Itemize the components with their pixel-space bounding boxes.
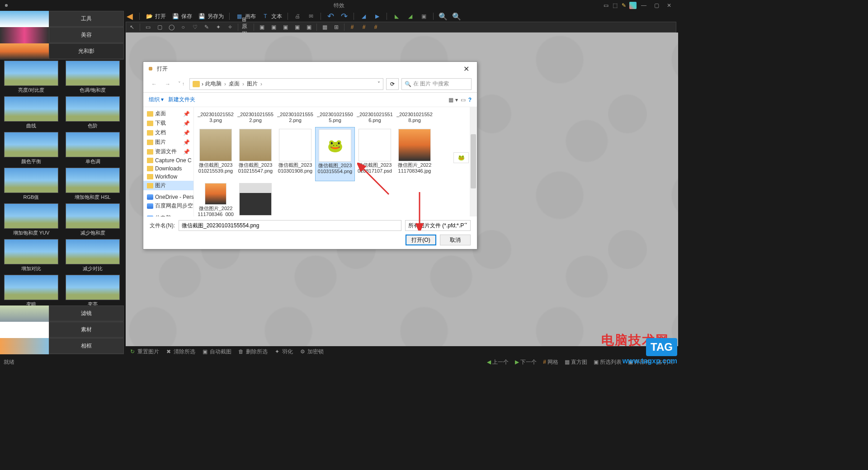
file-item-selected[interactable]: 🐸微信截图_2023010315554.png (315, 127, 355, 181)
crop-icon[interactable]: ▣ (420, 12, 428, 20)
effect-lighten[interactable]: 变亮 (62, 275, 123, 306)
circle-select-icon[interactable]: ○ (179, 23, 187, 31)
effect-darken[interactable]: 变暗 (1, 275, 61, 306)
effect-sat-yuv[interactable]: 增加饱和度 YUV (1, 203, 61, 238)
heart-select-icon[interactable]: ♡ (191, 23, 199, 31)
status-grid[interactable]: #网格 (543, 358, 558, 366)
wand2-icon[interactable]: ✧ (226, 23, 234, 31)
undo-button[interactable]: ↶ (326, 12, 335, 20)
file-item[interactable]: _2023010215552.png (275, 109, 315, 127)
effect-levels[interactable]: 色阶 (62, 96, 123, 131)
print-button[interactable]: 🖨 (293, 12, 302, 20)
category-filter[interactable]: 滤镜 (0, 306, 124, 322)
file-item[interactable]: _2023010215505.png (315, 109, 355, 127)
new-folder-button[interactable]: 新建文件夹 (168, 96, 195, 103)
lasso-icon[interactable]: ✎ (203, 23, 211, 31)
tree-resources[interactable]: 资源文件📌 (143, 147, 193, 156)
file-item[interactable]: _2023010215516.png (355, 109, 395, 127)
redo-button[interactable]: ↷ (340, 12, 348, 20)
tree-pictures[interactable]: 图片📌 (143, 137, 193, 147)
filetype-select[interactable]: 所有图片文件 (*.pfd;*.PTimag˅ (405, 220, 471, 231)
open-confirm-button[interactable]: 打开(O) (406, 235, 436, 245)
checker-icon[interactable]: ▦ (321, 23, 329, 31)
help-icon[interactable]: ? (468, 97, 472, 103)
titlebar-util-2-icon[interactable]: ⬚ (611, 2, 618, 9)
tree-captureone[interactable]: Capture One C (143, 156, 193, 164)
category-material[interactable]: 素材 (0, 322, 124, 338)
status-prev[interactable]: ◀上一个 (487, 358, 509, 366)
titlebar-palette-icon[interactable] (629, 2, 637, 9)
effect-hue-saturation[interactable]: 色调/饱和度 (62, 61, 123, 95)
file-item[interactable]: 微信图片_2022111708346_00001.ico (196, 181, 236, 216)
text-button[interactable]: T文本 (261, 12, 282, 20)
layer4-icon[interactable]: ▣ (293, 23, 301, 31)
nav-fwd-button[interactable]: → (162, 79, 173, 89)
ellipse-select-icon[interactable]: ◯ (167, 23, 175, 31)
breadcrumb[interactable]: › 此电脑› 桌面› 图片› ˅ (189, 78, 383, 90)
saveas-button[interactable]: 💾另存为 (198, 12, 224, 20)
titlebar-util-3-icon[interactable]: ✎ (620, 2, 627, 9)
status-selection-list[interactable]: ▣所选列表 (594, 358, 622, 366)
file-item[interactable]: 微信截图_2023010301908.png (275, 127, 315, 181)
autocrop-button[interactable]: ▣自动截图 (202, 348, 231, 356)
tree-thispc[interactable]: 此电脑 (143, 213, 193, 216)
mail-button[interactable]: ✉ (307, 12, 315, 20)
nav-back-button[interactable]: ← (149, 79, 160, 89)
original-icon[interactable]: ⊞原图 (242, 23, 250, 31)
clear-selection-button[interactable]: ✖清除所选 (165, 348, 195, 356)
zoom-out-button[interactable]: 🔍 (453, 12, 461, 20)
titlebar-util-1-icon[interactable]: ▭ (602, 2, 609, 9)
rect-select-icon[interactable]: ▭ (144, 23, 152, 31)
filename-input[interactable] (179, 220, 401, 231)
tree-documents[interactable]: 文档📌 (143, 128, 193, 137)
close-window-button[interactable]: ✕ (664, 1, 675, 9)
file-scrollbar[interactable] (470, 107, 477, 216)
view-mode-icon[interactable]: ▦ ▾ (448, 97, 458, 103)
tree-baidu[interactable]: 百度网盘同步空间 (143, 201, 193, 211)
effect-dec-contrast[interactable]: 减少对比 (62, 239, 123, 274)
cancel-button[interactable]: 取消 (440, 235, 471, 245)
file-item[interactable]: _2023010215552.png (236, 109, 275, 127)
layer1-icon[interactable]: ▣ (258, 23, 266, 31)
organize-button[interactable]: 组织 ▾ (149, 96, 164, 103)
flip-h-button[interactable]: ◢ (359, 12, 368, 20)
reset-image-button[interactable]: ↻重置图片 (129, 348, 159, 356)
grid2-icon[interactable]: # (360, 23, 368, 31)
save-button[interactable]: 💾保存 (171, 12, 192, 20)
file-item[interactable]: 微信截图_2023010215539.png (196, 127, 236, 181)
effect-brightness-contrast[interactable]: 亮度/对比度 (1, 61, 61, 95)
pointer-icon[interactable]: ↖ (128, 23, 136, 31)
category-frame[interactable]: 相框 (0, 338, 124, 354)
layer5-icon[interactable]: ▣ (305, 23, 313, 31)
zoom-in-button[interactable]: 🔍 (439, 12, 447, 20)
file-item[interactable]: 微信截图_2023020817107.psd (355, 127, 395, 181)
refresh-button[interactable]: ⟳ (386, 78, 399, 90)
tree-onedrive[interactable]: OneDrive - Pers (143, 193, 193, 201)
nav-up-button[interactable]: ˅ ↑ (176, 79, 187, 89)
grid-icon[interactable]: ⊞ (332, 23, 340, 31)
grid3-icon[interactable]: # (372, 23, 380, 31)
effect-sat-hsl[interactable]: 增加饱和度 HSL (62, 168, 123, 202)
effect-desat[interactable]: 减少饱和度 (62, 203, 123, 238)
file-item[interactable]: 微信图片_2022111708346.jpg (395, 127, 434, 181)
rotate-l-button[interactable]: ◣ (392, 12, 401, 20)
minimize-button[interactable]: — (638, 1, 649, 9)
tree-workflow[interactable]: Workflow (143, 173, 193, 181)
rotate-r-button[interactable]: ◢ (406, 12, 414, 20)
file-item[interactable]: 微信截图_2023010215547.png (236, 127, 275, 181)
layer3-icon[interactable]: ▣ (281, 23, 289, 31)
tree-pictures-sel[interactable]: 图片 (143, 181, 193, 190)
status-next[interactable]: ▶下一个 (515, 358, 537, 366)
file-item[interactable]: _2023010215528.png (395, 109, 434, 127)
dialog-close-button[interactable]: ✕ (459, 63, 473, 74)
status-histogram[interactable]: ▦直方图 (565, 358, 587, 366)
open-button[interactable]: 📂打开 (145, 12, 166, 20)
wand-icon[interactable]: ✦ (214, 23, 222, 31)
square-select-icon[interactable]: ▢ (156, 23, 164, 31)
tree-downloads-en[interactable]: Downloads (143, 164, 193, 173)
maximize-button[interactable]: ▢ (651, 1, 662, 9)
search-input[interactable]: 🔍在 图片 中搜索 (401, 78, 472, 90)
flip-v-button[interactable]: ▶ (373, 12, 381, 20)
effect-rgb[interactable]: RGB值 (1, 168, 61, 202)
category-beauty[interactable]: 美容 (0, 27, 124, 43)
